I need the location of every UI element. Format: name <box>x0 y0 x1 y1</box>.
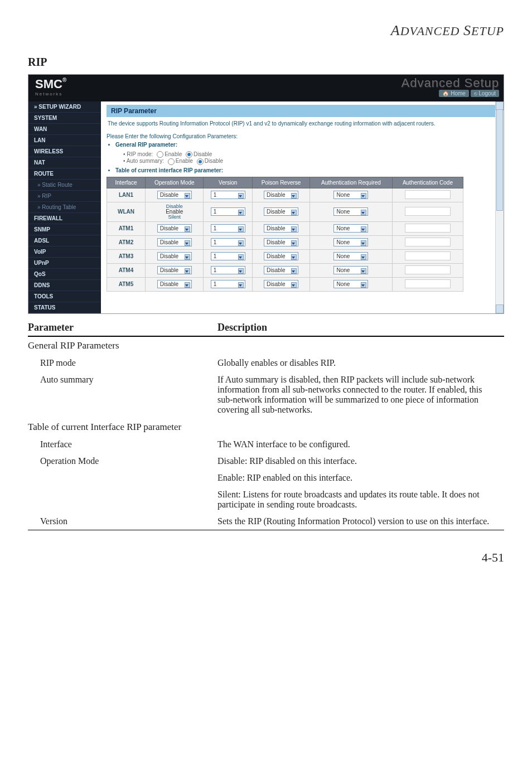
auth-required-select[interactable]: None <box>333 252 368 260</box>
sidebar-item-adsl[interactable]: ADSL <box>28 235 101 246</box>
poison-reverse-select[interactable]: Disable <box>264 266 298 274</box>
sidebar-item-static-route[interactable]: » Static Route <box>28 180 101 191</box>
sidebar-item-qos[interactable]: QoS <box>28 269 101 280</box>
sidebar-item-setup-wizard[interactable]: » SETUP WIZARD <box>28 101 101 113</box>
auth-code-input[interactable] <box>405 190 451 199</box>
sidebar-item-tools[interactable]: TOOLS <box>28 291 101 302</box>
group-general: General RIP Parameters <box>28 336 504 355</box>
home-link[interactable]: 🏠 Home <box>439 90 468 97</box>
auth-required-select[interactable]: None <box>333 238 368 246</box>
sidebar-item-voip[interactable]: VoIP <box>28 246 101 258</box>
sidebar-item-upnp[interactable]: UPnP <box>28 258 101 269</box>
table-row: ATM3Disable1DisableNone <box>107 249 463 263</box>
sidebar-item-firewall[interactable]: FIREWALL <box>28 213 101 224</box>
col-interface: Interface <box>107 177 146 188</box>
cell-auth-required: None <box>310 277 393 291</box>
operation-mode-select[interactable]: Disable <box>157 252 192 260</box>
poison-reverse-select[interactable]: Disable <box>264 238 298 246</box>
auto-summary-disable-radio[interactable] <box>197 158 204 165</box>
scroll-thumb[interactable] <box>496 109 503 211</box>
auto-summary-enable-radio[interactable] <box>168 158 175 165</box>
poison-reverse-select[interactable]: Disable <box>264 252 298 260</box>
auth-code-input[interactable] <box>405 251 451 260</box>
scroll-down-icon[interactable] <box>496 304 504 313</box>
header-description: Description <box>217 320 504 336</box>
scrollbar[interactable] <box>495 101 504 313</box>
param-operation-mode: Operation Mode <box>28 453 217 470</box>
cell-interface: ATM2 <box>107 235 146 249</box>
table-row: ATM1Disable1DisableNone <box>107 221 463 235</box>
sidebar-item-wireless[interactable]: WIRELESS <box>28 146 101 157</box>
param-auto-summary: Auto summary <box>28 371 217 418</box>
cell-interface: ATM4 <box>107 263 146 277</box>
cell-auth-code <box>392 202 463 221</box>
rip-mode-enable-radio[interactable] <box>157 151 163 158</box>
cell-version: 1 <box>204 202 253 221</box>
operation-mode-select[interactable]: Disable <box>157 280 192 288</box>
cell-poison-reverse: Disable <box>253 202 310 221</box>
version-select[interactable]: 1 <box>211 280 245 288</box>
sidebar-item-nat[interactable]: NAT <box>28 157 101 168</box>
general-param-heading: General RIP parameter: <box>115 142 498 148</box>
intro-text: The device supports Routing Information … <box>107 117 498 130</box>
cell-auth-required: None <box>310 188 393 202</box>
sidebar-item-route[interactable]: ROUTE <box>28 168 101 180</box>
operation-mode-select[interactable]: Disable <box>157 238 192 246</box>
sidebar-item-snmp[interactable]: SNMP <box>28 224 101 235</box>
cell-poison-reverse: Disable <box>253 263 310 277</box>
rip-mode-disable-radio[interactable] <box>186 151 192 158</box>
cell-version: 1 <box>204 249 253 263</box>
cell-auth-code <box>392 221 463 235</box>
version-select[interactable]: 1 <box>211 238 245 246</box>
auth-code-input[interactable] <box>405 265 451 274</box>
version-select[interactable]: 1 <box>211 224 245 233</box>
brand-logo: SMC® Networks <box>28 75 73 99</box>
cell-operation-mode: Disable <box>146 221 204 235</box>
cell-auth-required: None <box>310 202 393 221</box>
auth-required-select[interactable]: None <box>333 191 368 199</box>
sidebar-item-routing-table[interactable]: » Routing Table <box>28 202 101 213</box>
cell-operation-mode: Disable <box>146 249 204 263</box>
header-parameter: Parameter <box>28 320 217 336</box>
version-select[interactable]: 1 <box>211 191 245 199</box>
auth-required-select[interactable]: None <box>333 280 368 288</box>
auth-code-input[interactable] <box>405 279 451 288</box>
cell-interface: ATM5 <box>107 277 146 291</box>
sidebar-item-rip[interactable]: » RIP <box>28 191 101 202</box>
poison-reverse-select[interactable]: Disable <box>264 191 298 199</box>
operation-mode-select[interactable]: Disable <box>157 224 192 233</box>
top-bar: SMC® Networks Advanced Setup 🏠 Home ⎋ Lo… <box>28 75 504 101</box>
poison-reverse-select[interactable]: Disable <box>264 224 298 233</box>
cell-poison-reverse: Disable <box>253 235 310 249</box>
cell-auth-code <box>392 249 463 263</box>
version-select[interactable]: 1 <box>211 207 245 216</box>
poison-reverse-select[interactable]: Disable <box>264 207 298 216</box>
version-select[interactable]: 1 <box>211 252 245 260</box>
auth-code-input[interactable] <box>405 238 451 246</box>
desc-rip-mode: Globally enables or disables RIP. <box>217 355 504 371</box>
sidebar-item-system[interactable]: SYSTEM <box>28 113 101 124</box>
operation-mode-select[interactable]: Disable <box>157 191 192 199</box>
cell-version: 1 <box>204 188 253 202</box>
logout-link[interactable]: ⎋ Logout <box>471 90 499 97</box>
sidebar-item-ddns[interactable]: DDNS <box>28 280 101 291</box>
auth-required-select[interactable]: None <box>333 207 368 216</box>
sidebar-item-wan[interactable]: WAN <box>28 124 101 135</box>
cell-interface: ATM1 <box>107 221 146 235</box>
desc-operation-mode-silent: Silent: Listens for route broadcasts and… <box>217 486 504 513</box>
auth-code-input[interactable] <box>405 224 451 233</box>
cell-auth-required: None <box>310 221 393 235</box>
cell-operation-mode: Disable <box>146 263 204 277</box>
sidebar-item-status[interactable]: STATUS <box>28 302 101 313</box>
auto-summary-row: • Auto summary: Enable Disable <box>123 158 223 164</box>
cell-auth-code <box>392 263 463 277</box>
auth-required-select[interactable]: None <box>333 266 368 274</box>
version-select[interactable]: 1 <box>211 266 245 274</box>
sidebar-item-lan[interactable]: LAN <box>28 135 101 146</box>
poison-reverse-select[interactable]: Disable <box>264 280 298 288</box>
content-panel: RIP Parameter The device supports Routin… <box>101 101 504 313</box>
operation-mode-select[interactable]: Disable <box>157 266 192 274</box>
auth-code-input[interactable] <box>405 207 451 216</box>
auth-required-select[interactable]: None <box>333 224 368 233</box>
parameter-description-table: Parameter Description General RIP Parame… <box>28 320 504 530</box>
